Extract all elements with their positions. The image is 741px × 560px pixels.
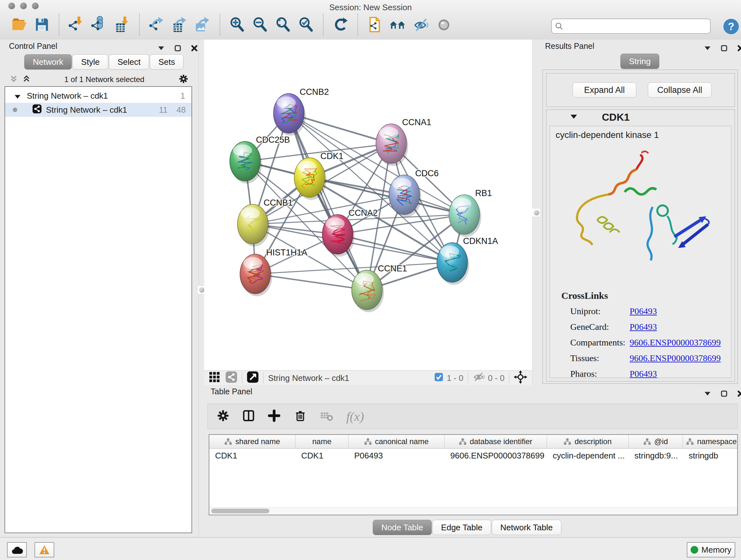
collapse-all-button[interactable]: Collapse All bbox=[648, 82, 712, 98]
scrollbar-thumb[interactable] bbox=[211, 509, 269, 513]
memory-button[interactable]: Memory bbox=[687, 542, 735, 557]
table-cell[interactable]: CDK1 bbox=[295, 451, 348, 461]
network-row-selected[interactable]: String Network – cdk1 11 48 bbox=[5, 103, 192, 117]
expand-all-chevrons-icon[interactable] bbox=[22, 75, 30, 84]
edge-CCNB2-CCNE1[interactable] bbox=[289, 113, 367, 290]
crosslink-link[interactable]: 9606.ENSP00000378699 bbox=[630, 337, 721, 348]
table-cell[interactable]: stringdb bbox=[683, 451, 738, 461]
zoom-in-icon[interactable] bbox=[228, 13, 246, 36]
node-CCNB2[interactable]: CCNB2 bbox=[273, 87, 329, 136]
table-cell[interactable]: 9606.ENSP00000378699 bbox=[445, 451, 547, 461]
node-table[interactable]: shared namenamecanonical namedatabase id… bbox=[209, 434, 738, 515]
table-cell[interactable]: P06493 bbox=[348, 451, 445, 461]
node-CCNA1[interactable]: CCNA1 bbox=[376, 118, 431, 166]
import-database-icon[interactable] bbox=[90, 13, 109, 36]
node-HIST1H1A[interactable]: HIST1H1A bbox=[240, 248, 307, 296]
export-network-icon[interactable] bbox=[147, 13, 166, 36]
node-label-CCNE1: CCNE1 bbox=[378, 264, 407, 273]
crosslink-row: GeneCard:P06493 bbox=[570, 322, 731, 332]
panel-float-icon[interactable] bbox=[719, 44, 730, 53]
add-column-icon[interactable] bbox=[267, 409, 281, 424]
expand-all-button[interactable]: Expand All bbox=[572, 82, 636, 98]
tab-string[interactable]: String bbox=[620, 54, 659, 69]
right-splitter-knob[interactable] bbox=[532, 208, 541, 217]
split-columns-icon[interactable] bbox=[241, 409, 256, 424]
share-document-icon[interactable] bbox=[366, 13, 384, 36]
panel-menu-triangle-icon[interactable] bbox=[702, 44, 713, 53]
crosslink-label: Tissues: bbox=[570, 353, 630, 363]
save-session-icon[interactable] bbox=[32, 13, 51, 36]
panel-menu-triangle-icon[interactable] bbox=[156, 44, 166, 53]
hidden-eye-icon[interactable] bbox=[473, 372, 485, 385]
column-header-description[interactable]: description bbox=[547, 435, 629, 448]
table-cell[interactable]: stringdb:9... bbox=[629, 451, 683, 461]
network-collection-row[interactable]: String Network – cdk1 1 bbox=[5, 89, 192, 103]
node-CDKN1A[interactable]: CDKN1A bbox=[437, 236, 498, 285]
delete-trash-icon[interactable] bbox=[293, 409, 307, 424]
import-table-icon[interactable] bbox=[113, 13, 131, 36]
tab-edge-table[interactable]: Edge Table bbox=[432, 520, 491, 535]
right-splitter[interactable] bbox=[532, 40, 541, 385]
settings-gear-icon[interactable] bbox=[216, 409, 230, 424]
pan-crosshair-icon[interactable] bbox=[514, 370, 527, 386]
open-session-icon[interactable] bbox=[10, 13, 28, 36]
refresh-icon[interactable] bbox=[331, 13, 350, 36]
column-header-name[interactable]: name bbox=[295, 435, 348, 448]
table-cell[interactable]: cyclin-dependent ... bbox=[547, 451, 629, 461]
collapse-all-chevrons-icon[interactable] bbox=[10, 75, 18, 84]
network-graph[interactable]: CCNB2 CCNA1 CDC25B CDK1 CDC6 RB1 CCNB1 bbox=[204, 40, 532, 370]
search-box[interactable] bbox=[551, 18, 711, 34]
string-homes-icon[interactable] bbox=[389, 13, 407, 36]
selected-checkbox-icon[interactable] bbox=[434, 372, 444, 384]
tab-style[interactable]: Style bbox=[72, 54, 108, 70]
column-header-@id[interactable]: @id bbox=[629, 435, 683, 448]
zoom-out-icon[interactable] bbox=[251, 13, 269, 36]
crosslink-link[interactable]: P06493 bbox=[630, 322, 657, 332]
crosslink-link[interactable]: P06493 bbox=[630, 306, 657, 316]
tab-select[interactable]: Select bbox=[109, 54, 149, 70]
tab-network-table[interactable]: Network Table bbox=[492, 520, 561, 535]
panel-close-icon[interactable] bbox=[735, 389, 741, 398]
hide-panels-icon[interactable] bbox=[412, 13, 430, 36]
column-header-canonical-name[interactable]: canonical name bbox=[348, 435, 445, 448]
zoom-fit-icon[interactable] bbox=[274, 13, 292, 36]
panel-float-icon[interactable] bbox=[172, 44, 183, 53]
column-header-database-identifier[interactable]: database identifier bbox=[445, 435, 547, 448]
crosslink-link[interactable]: P06493 bbox=[630, 369, 657, 379]
tab-sets[interactable]: Sets bbox=[150, 54, 184, 70]
search-input[interactable] bbox=[563, 21, 710, 31]
zoom-selected-icon[interactable] bbox=[297, 13, 315, 36]
function-fx-icon: f(x) bbox=[346, 409, 364, 424]
table-row[interactable]: CDK1CDK1P064939606.ENSP00000378699cyclin… bbox=[209, 449, 737, 462]
panel-close-icon[interactable] bbox=[189, 44, 200, 53]
column-header-shared-name[interactable]: shared name bbox=[209, 435, 295, 448]
crosslink-link[interactable]: 9606.ENSP00000378699 bbox=[630, 353, 721, 363]
tab-node-table[interactable]: Node Table bbox=[373, 520, 432, 535]
protein-description: cyclin-dependent kinase 1 bbox=[556, 130, 731, 140]
left-splitter[interactable] bbox=[199, 40, 205, 537]
cloud-button[interactable] bbox=[7, 542, 27, 557]
grid-icon[interactable] bbox=[209, 371, 220, 385]
table-horizontal-scrollbar[interactable] bbox=[209, 507, 737, 515]
panel-close-icon[interactable] bbox=[735, 44, 741, 53]
warning-button[interactable] bbox=[35, 542, 54, 557]
import-network-icon[interactable] bbox=[67, 13, 85, 36]
node-CCNE1[interactable]: CCNE1 bbox=[352, 264, 407, 312]
table-cell[interactable]: CDK1 bbox=[209, 451, 295, 461]
export-table-icon[interactable] bbox=[171, 13, 189, 36]
network-canvas[interactable]: CCNB2 CCNA1 CDC25B CDK1 CDC6 RB1 CCNB1 bbox=[204, 40, 532, 370]
protein-expand-triangle-icon[interactable] bbox=[570, 114, 577, 120]
options-gear-icon[interactable] bbox=[178, 73, 189, 85]
column-header-namespace[interactable]: namespace bbox=[683, 435, 738, 448]
panel-menu-triangle-icon[interactable] bbox=[702, 389, 713, 398]
share-icon[interactable] bbox=[225, 371, 238, 385]
help-button[interactable]: ? bbox=[723, 18, 740, 37]
node-RB1[interactable]: RB1 bbox=[449, 188, 492, 237]
birdseye-icon[interactable] bbox=[247, 371, 259, 385]
tree-expand-triangle-icon[interactable] bbox=[15, 91, 20, 101]
export-image-icon[interactable] bbox=[193, 13, 212, 36]
status-bar: Memory bbox=[0, 537, 741, 560]
tab-network[interactable]: Network bbox=[24, 54, 72, 70]
panel-float-icon[interactable] bbox=[719, 389, 730, 398]
show-eye-icon[interactable] bbox=[434, 13, 453, 36]
